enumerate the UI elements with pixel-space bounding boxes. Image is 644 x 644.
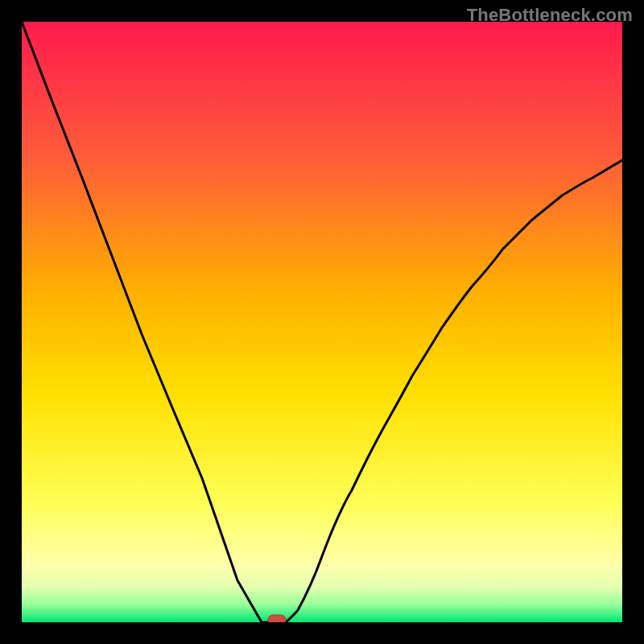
chart-svg [22, 22, 622, 622]
chart-frame: TheBottleneck.com [0, 0, 644, 644]
gradient-bg [22, 22, 622, 622]
minimum-marker [268, 615, 286, 622]
chart-plot-area [22, 22, 622, 622]
